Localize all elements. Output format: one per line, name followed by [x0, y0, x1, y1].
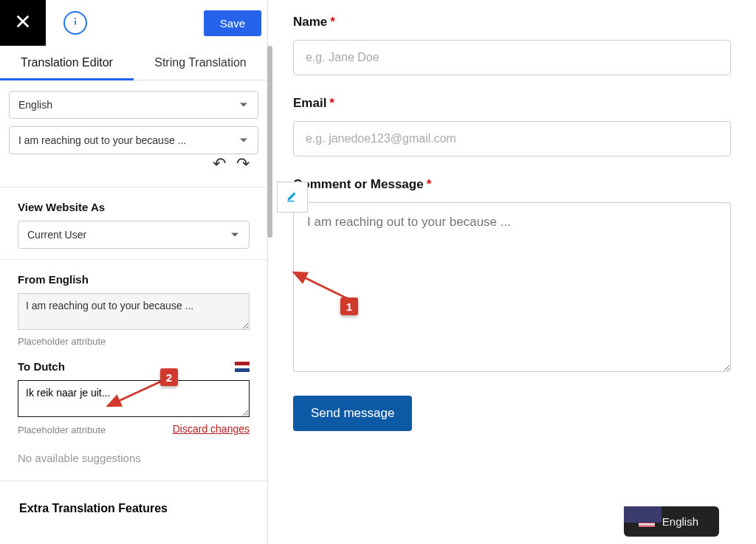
translation-sidebar: Save Translation Editor String Translati…	[0, 0, 268, 544]
edit-translation-button[interactable]	[277, 182, 308, 213]
sidebar-topbar: Save	[0, 0, 267, 46]
label-text: Email	[293, 96, 326, 110]
sidebar-tabs: Translation Editor String Translation	[0, 46, 267, 80]
svg-rect-3	[287, 201, 294, 202]
from-hint: Placeholder attribute	[9, 336, 258, 353]
string-select[interactable]: I am reaching out to your because ...	[9, 126, 258, 154]
required-asterisk: *	[427, 177, 432, 191]
redo-icon[interactable]: ↷	[236, 154, 250, 173]
comment-textarea[interactable]	[293, 202, 731, 372]
language-switcher-label: English	[662, 515, 698, 528]
pencil-icon	[286, 189, 299, 205]
extra-features-heading: Extra Translation Features	[9, 487, 258, 523]
email-field: Email*	[293, 96, 731, 156]
name-field: Name*	[293, 15, 731, 75]
to-textarea[interactable]	[18, 380, 250, 417]
select-value: English	[18, 99, 52, 111]
tab-string-translation[interactable]: String Translation	[134, 46, 267, 80]
source-language-select[interactable]: English	[9, 91, 258, 119]
email-input[interactable]	[293, 121, 731, 156]
name-input[interactable]	[293, 40, 731, 75]
send-message-button[interactable]: Send message	[293, 396, 412, 431]
info-icon	[69, 16, 81, 30]
close-icon	[15, 13, 31, 32]
required-asterisk: *	[329, 96, 334, 110]
annotation-badge-2: 2	[160, 368, 178, 386]
annotation-badge-1: 1	[340, 297, 358, 315]
comment-field: Comment or Message*	[293, 177, 731, 375]
flag-us-icon	[639, 516, 655, 527]
svg-rect-1	[75, 21, 76, 25]
view-as-heading: View Website As	[9, 193, 258, 221]
select-value: I am reaching out to your because ...	[18, 134, 186, 146]
tab-translation-editor[interactable]: Translation Editor	[0, 46, 134, 80]
select-value: Current User	[27, 229, 86, 241]
required-asterisk: *	[330, 15, 335, 29]
info-button[interactable]	[63, 11, 87, 35]
language-switcher[interactable]: English	[624, 506, 719, 537]
sidebar-body: English I am reaching out to your becaus…	[0, 80, 267, 544]
close-button[interactable]	[0, 0, 46, 46]
from-textarea	[18, 293, 250, 330]
undo-icon[interactable]: ↶	[213, 154, 226, 173]
discard-changes-link[interactable]: Discard changes	[173, 423, 258, 435]
name-label: Name*	[293, 15, 731, 30]
page-preview: Name* Email* Comment or Message*	[268, 0, 756, 544]
svg-point-0	[75, 18, 76, 19]
to-hint: Placeholder attribute	[9, 424, 114, 441]
email-label: Email*	[293, 96, 731, 111]
flag-nl-icon	[235, 362, 250, 372]
view-as-select[interactable]: Current User	[18, 221, 250, 249]
save-button[interactable]: Save	[204, 10, 261, 36]
label-text: Comment or Message	[293, 177, 424, 191]
no-suggestions-text: No available suggestions	[9, 441, 258, 475]
label-text: Name	[293, 15, 327, 29]
to-heading: To Dutch	[9, 353, 258, 380]
comment-label: Comment or Message*	[293, 177, 731, 192]
from-heading: From English	[9, 266, 258, 293]
